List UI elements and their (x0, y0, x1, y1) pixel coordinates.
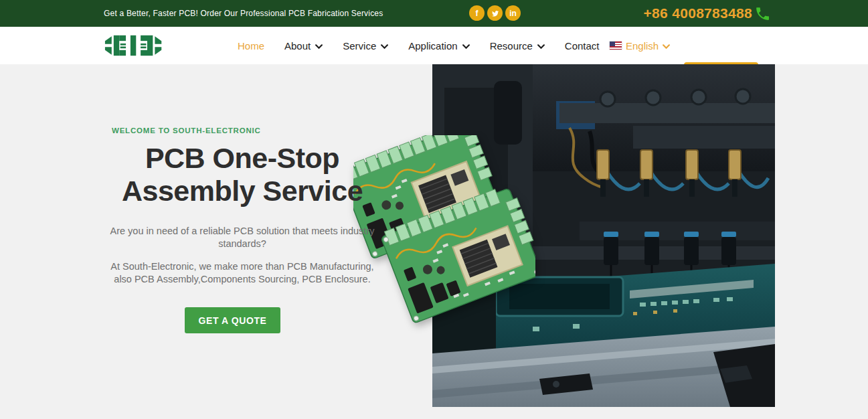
phone-link[interactable]: +86 4008783488 (644, 0, 771, 27)
nav-label: Application (408, 40, 457, 52)
nav-item-about[interactable]: About (284, 40, 323, 52)
hero-section: WELCOME TO SOUTH-ELECTRONIC PCB One-Stop… (0, 64, 868, 419)
twitter-bird-icon (491, 9, 499, 17)
nav-label: About (284, 40, 311, 52)
hero-paragraph-1: Are you in need of a reliable PCB soluti… (107, 225, 377, 250)
hero-photo (432, 64, 775, 407)
nav-label: Contact (565, 40, 600, 52)
main-nav: Home About Service Application Resource … (0, 27, 868, 64)
nav-label: Home (238, 40, 264, 52)
announcement-text: Get a Better, Faster PCB! Order Our Prof… (104, 0, 383, 27)
nav-item-application[interactable]: Application (408, 40, 469, 52)
hero-eyebrow: WELCOME TO SOUTH-ELECTRONIC (112, 127, 261, 135)
linkedin-glyph: in (509, 9, 517, 18)
chevron-down-icon (462, 44, 470, 49)
facebook-icon[interactable]: f (469, 5, 485, 21)
nav-item-service[interactable]: Service (343, 40, 388, 52)
page-title: PCB One-Stop Assembly Service (62, 142, 423, 207)
language-label: English (626, 40, 659, 52)
nav-label: Service (343, 40, 376, 52)
nav-label: Resource (490, 40, 533, 52)
chevron-down-icon (315, 44, 323, 49)
nav-item-resource[interactable]: Resource (490, 40, 545, 52)
smt-machine-illustration (432, 64, 775, 407)
title-line-2: Assembly Service (62, 175, 423, 207)
phone-icon (754, 5, 771, 22)
us-flag-icon (610, 41, 622, 50)
company-logo[interactable] (104, 33, 165, 58)
nav-menu: Home About Service Application Resource … (238, 27, 600, 64)
chevron-down-icon (537, 44, 545, 49)
nav-item-home[interactable]: Home (238, 40, 264, 52)
title-line-1: PCB One-Stop (62, 142, 423, 175)
announcement-bar: Get a Better, Faster PCB! Order Our Prof… (0, 0, 868, 27)
nav-item-contact[interactable]: Contact (565, 40, 600, 52)
language-selector[interactable]: English (610, 27, 670, 64)
linkedin-icon[interactable]: in (505, 5, 521, 21)
page: Get a Better, Faster PCB! Order Our Prof… (0, 0, 868, 419)
chevron-down-icon (381, 44, 388, 49)
facebook-glyph: f (476, 9, 479, 18)
get-a-quote-button[interactable]: GET A QUOTE (185, 307, 280, 333)
chevron-down-icon (663, 44, 670, 49)
social-links: f in (469, 5, 521, 21)
hero-paragraph-2: At South-Electronic, we make more than P… (107, 260, 377, 286)
phone-number: +86 4008783488 (644, 5, 752, 21)
twitter-icon[interactable] (487, 5, 503, 21)
